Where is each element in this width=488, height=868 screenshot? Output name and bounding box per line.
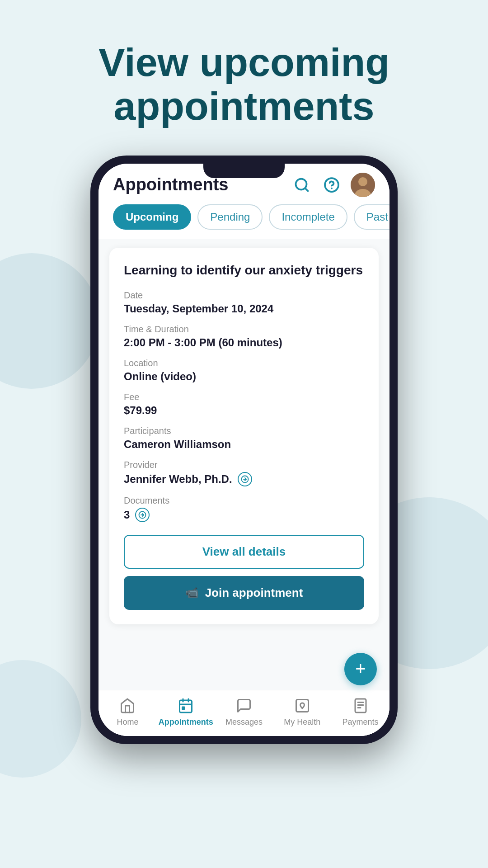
- location-row: Location Online (video): [124, 358, 364, 383]
- appointment-card: Learning to identify our anxiety trigger…: [109, 248, 379, 624]
- time-row: Time & Duration 2:00 PM - 3:00 PM (60 mi…: [124, 324, 364, 349]
- bg-circle-left: [0, 253, 99, 389]
- svg-rect-15: [183, 707, 185, 709]
- provider-link-button[interactable]: [238, 472, 252, 486]
- message-icon: [235, 697, 253, 715]
- svg-point-5: [358, 177, 367, 186]
- nav-my-health[interactable]: My Health: [273, 697, 331, 727]
- home-icon: [118, 697, 136, 715]
- phone-mockup: Appointments: [90, 156, 398, 744]
- header-icons: [291, 173, 375, 197]
- participants-label: Participants: [124, 426, 364, 436]
- time-value: 2:00 PM - 3:00 PM (60 minutes): [124, 336, 364, 349]
- svg-rect-16: [296, 699, 308, 712]
- heart-icon: [293, 697, 311, 715]
- participants-row: Participants Cameron Williamson: [124, 426, 364, 451]
- provider-value-container: Jennifer Webb, Ph.D.: [124, 472, 364, 486]
- tabs-container: Upcoming Pending Incomplete Past: [99, 204, 389, 239]
- time-label: Time & Duration: [124, 324, 364, 335]
- documents-link-button[interactable]: [135, 508, 150, 522]
- svg-line-1: [305, 188, 308, 191]
- nav-messages[interactable]: Messages: [215, 697, 273, 727]
- nav-messages-label: Messages: [225, 717, 263, 727]
- documents-count: 3: [124, 509, 130, 521]
- provider-name: Jennifer Webb, Ph.D.: [124, 473, 232, 486]
- location-value: Online (video): [124, 370, 364, 383]
- phone-outer: Appointments: [90, 156, 398, 744]
- view-details-button[interactable]: View all details: [124, 535, 364, 569]
- nav-home[interactable]: Home: [99, 697, 157, 727]
- phone-notch: [203, 164, 285, 178]
- search-button[interactable]: [291, 174, 313, 196]
- join-label: Join appointment: [205, 586, 303, 600]
- bottom-nav: Home Appointments: [99, 690, 389, 736]
- video-icon: 📹: [185, 586, 199, 599]
- app-content: Learning to identify our anxiety trigger…: [99, 239, 389, 736]
- fee-value: $79.99: [124, 404, 364, 417]
- appointments-list: Learning to identify our anxiety trigger…: [99, 239, 389, 690]
- fab-button[interactable]: +: [344, 653, 377, 685]
- nav-appointments[interactable]: Appointments: [157, 697, 215, 727]
- documents-row: Documents 3: [124, 495, 364, 522]
- date-row: Date Tuesday, September 10, 2024: [124, 290, 364, 315]
- tab-pending[interactable]: Pending: [197, 204, 263, 230]
- tab-incomplete[interactable]: Incomplete: [269, 204, 347, 230]
- provider-label: Provider: [124, 460, 364, 470]
- help-button[interactable]: [321, 174, 343, 196]
- hero-title: View upcoming appointments: [0, 41, 488, 128]
- documents-value-container: 3: [124, 508, 364, 522]
- nav-my-health-label: My Health: [284, 717, 320, 727]
- fee-row: Fee $79.99: [124, 392, 364, 417]
- appointment-title: Learning to identify our anxiety trigger…: [124, 262, 364, 278]
- calendar-icon: [177, 697, 195, 715]
- documents-label: Documents: [124, 495, 364, 506]
- phone-inner: Appointments: [99, 164, 389, 736]
- nav-home-label: Home: [117, 717, 138, 727]
- nav-appointments-label: Appointments: [159, 717, 213, 727]
- fee-label: Fee: [124, 392, 364, 402]
- avatar[interactable]: [351, 173, 375, 197]
- nav-payments[interactable]: Payments: [331, 697, 389, 727]
- provider-row: Provider Jennifer Webb, Ph.D.: [124, 460, 364, 486]
- card-actions: View all details 📹 Join appointment: [124, 535, 364, 610]
- tab-upcoming[interactable]: Upcoming: [113, 204, 191, 230]
- svg-rect-11: [180, 700, 192, 712]
- app-title: Appointments: [113, 175, 228, 194]
- bg-circle-bottom-left: [0, 660, 81, 778]
- receipt-icon: [352, 697, 370, 715]
- participants-value: Cameron Williamson: [124, 438, 364, 451]
- date-label: Date: [124, 290, 364, 301]
- nav-payments-label: Payments: [343, 717, 379, 727]
- date-value: Tuesday, September 10, 2024: [124, 302, 364, 315]
- location-label: Location: [124, 358, 364, 368]
- tab-past[interactable]: Past: [354, 204, 389, 230]
- join-appointment-button[interactable]: 📹 Join appointment: [124, 576, 364, 610]
